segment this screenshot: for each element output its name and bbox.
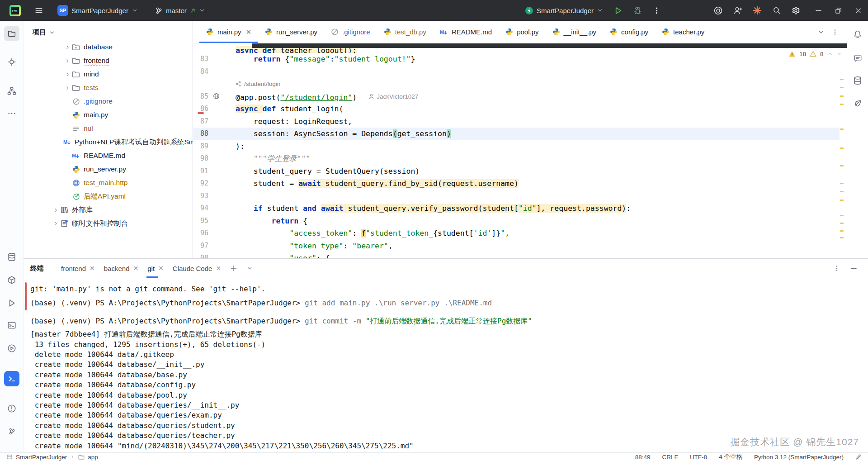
problems-tool-button[interactable] [4,401,19,416]
tree-item-run_server.py[interactable]: run_server.py [24,162,193,176]
editor-tab-run_server.py[interactable]: run_server.py [258,21,324,43]
endpoint-gutter-icon[interactable] [213,93,220,100]
editor-tab-main.py[interactable]: main.py✕ [199,21,258,43]
run-config-selector[interactable]: SmartPaperJudger [521,4,607,17]
terminal-tab-dropdown[interactable] [242,259,257,278]
terminal-tool-button[interactable] [4,371,19,386]
chevron-right-icon[interactable] [63,71,71,77]
tree-item-test_main.http[interactable]: test_main.http [24,176,193,190]
tree-item--[interactable]: 临时文件和控制台 [24,217,193,230]
terminal-panel-title[interactable]: 终端 [30,264,44,273]
code-line-90: 90 """学生登录""" [193,152,840,165]
structure-tool-button[interactable] [4,83,19,99]
tree-item-.gitignore[interactable]: .gitignore [24,95,193,108]
line-number: 95 [193,215,208,228]
settings-button[interactable] [788,4,804,17]
minimize-button[interactable] [808,0,828,21]
terminal-output[interactable]: git: 'main.py' is not a git command. See… [24,278,868,451]
editor-tab-test_db.py[interactable]: test_db.py [377,21,433,43]
close-button[interactable] [848,0,868,21]
main-menu-button[interactable] [31,4,47,17]
chevron-right-icon[interactable] [52,221,60,227]
close-tab-icon[interactable]: ✕ [158,265,164,272]
debug-button[interactable] [630,4,646,17]
close-tab-icon[interactable]: ✕ [246,28,252,36]
more-run-actions-button[interactable] [649,5,664,17]
editor-tab-__init__.py[interactable]: __init__.py [546,21,604,43]
editor-tab-teacher.py[interactable]: teacher.py [655,21,711,43]
weak-warning-icon [810,51,816,57]
close-tab-icon[interactable]: ✕ [216,265,221,272]
chevron-right-icon[interactable] [63,85,71,91]
readonly-toggle-icon[interactable] [855,454,862,460]
tree-item-database[interactable]: database [24,40,193,54]
editor-scrollbar[interactable] [840,43,844,258]
tree-item-readme.md[interactable]: MREADME.md [24,149,193,162]
terminal-tab-backend[interactable]: backend✕ [99,259,143,278]
commit-tool-button[interactable] [4,54,19,70]
prev-problem-button[interactable] [827,51,833,57]
ai-mentions-button[interactable] [710,4,726,17]
status-encoding[interactable]: UTF-8 [690,454,707,461]
tree-item-frontend[interactable]: frontend [24,54,193,67]
status-folder-crumb[interactable]: app [88,454,98,461]
chevron-right-icon[interactable] [52,207,60,213]
chevron-right-icon[interactable] [63,44,71,50]
sciview-tool-button[interactable] [850,96,865,110]
plugin-starburst-button[interactable] [749,4,765,17]
editor-tab-readme.md[interactable]: MREADME.md [433,21,499,43]
python-packages-tool-button[interactable] [4,272,19,288]
database-tool-button[interactable] [4,249,19,265]
tree-item-mind[interactable]: mind [24,67,193,81]
status-interpreter[interactable]: Python 3.12 (SmartPaperJudger) [754,454,844,461]
status-indent[interactable]: 4 个空格 [719,453,742,461]
inspections-widget[interactable]: 18 8 [785,48,845,60]
tree-item--api.yaml[interactable]: 后端API.yaml [24,190,193,203]
ai-assistant-button[interactable] [850,51,865,65]
endpoint-inlay[interactable]: /student/login [236,78,840,90]
tree-item-main.py[interactable]: main.py [24,108,193,122]
terminal-tab-git[interactable]: git✕ [143,259,168,278]
status-line-ending[interactable]: CRLF [662,454,678,461]
project-tool-button[interactable] [4,26,19,41]
author-annotation[interactable]: JackVictor1027 [368,90,418,103]
hidden-tabs-button[interactable] [818,29,824,35]
services-tool-button[interactable] [4,341,19,356]
hide-terminal-button[interactable] [850,265,857,272]
tree-item-python-nlp-smart[interactable]: MPython+NLP课程考试自动判题系统Smart [24,135,193,149]
close-tab-icon[interactable]: ✕ [133,265,139,272]
terminal-tab-claude-code[interactable]: Claude Code✕ [168,259,226,278]
tree-item-tests[interactable]: tests [24,81,193,95]
restore-button[interactable] [828,0,848,21]
branch-selector[interactable]: master [151,5,209,17]
new-terminal-tab-button[interactable] [226,259,242,278]
run-tool-button[interactable] [4,295,19,311]
status-caret-position[interactable]: 88:49 [635,454,651,461]
project-selector[interactable]: SP SmartPaperJudger [54,3,142,18]
status-project-crumb[interactable]: SmartPaperJudger [16,454,67,461]
code-with-me-button[interactable] [730,4,745,17]
editor-tab-pool.py[interactable]: pool.py [499,21,545,43]
tree-item--[interactable]: 外部库 [24,203,193,217]
python-icon [206,28,214,36]
tree-item-nul[interactable]: nul [24,122,193,135]
python-console-tool-button[interactable] [4,318,19,333]
project-panel-header[interactable]: 项目 [24,21,193,40]
close-tab-icon[interactable]: ✕ [90,265,95,272]
terminal-options-button[interactable] [833,265,840,272]
terminal-tab-frontend[interactable]: frontend✕ [57,259,99,278]
code-editor[interactable]: async def teacher_logout():83 return {"m… [193,43,840,258]
search-everywhere-button[interactable] [769,4,784,17]
run-button[interactable] [610,4,626,17]
editor-tab-config.py[interactable]: config.py [603,21,655,43]
version-control-tool-button[interactable] [4,423,19,439]
tab-options-button[interactable] [831,29,839,36]
terminal-tab-label: backend [104,265,130,272]
notifications-button[interactable] [850,27,865,42]
more-tool-windows-button[interactable] [4,106,19,121]
tab-label: .gitignore [342,28,370,36]
editor-tab-.gitignore[interactable]: .gitignore [324,21,377,43]
chevron-right-icon[interactable] [63,58,71,64]
scratch-icon [60,219,69,228]
database-tool-right-button[interactable] [850,73,865,88]
